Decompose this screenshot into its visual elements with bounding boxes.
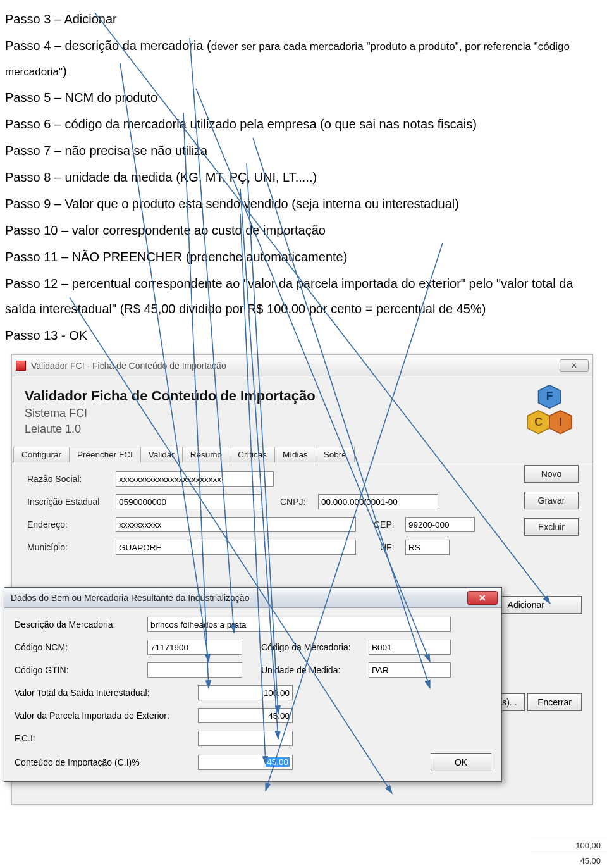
dialog-close-button[interactable]: ✕ — [467, 591, 498, 605]
right-button-group: Novo Gravar Excluir — [524, 465, 579, 536]
background-rows: 100,00 45,00 — [531, 838, 607, 868]
descricao-mercadoria-input[interactable] — [147, 617, 451, 632]
dialog-body: Descrição da Mercadoria: Código NCM: Cód… — [4, 608, 501, 781]
step-11: Passo 11 – NÃO PREENCHER (preenche autom… — [5, 244, 602, 270]
tab-criticas[interactable]: Críticas — [230, 447, 275, 462]
tab-configurar[interactable]: Configurar — [13, 447, 70, 462]
tab-validar[interactable]: Validar — [140, 447, 183, 462]
municipio-label: Município: — [27, 542, 116, 552]
conteudo-importacao-value: 45,00 — [266, 757, 290, 767]
municipio-input[interactable] — [116, 540, 356, 555]
inscricao-estadual-label: Inscrição Estadual — [27, 497, 116, 507]
razao-social-label: Razão Social: — [27, 474, 116, 484]
titlebar: Validador FCI - Ficha de Conteúdo de Imp… — [12, 355, 592, 376]
razao-social-input[interactable] — [116, 471, 274, 487]
uf-label: UF: — [380, 542, 405, 552]
fci-input[interactable] — [198, 731, 293, 746]
step-5: Passo 5 – NCM do produto — [5, 85, 602, 110]
fci-logo-icon: F C I — [522, 384, 577, 436]
cnpj-input[interactable] — [318, 494, 438, 509]
step-10: Passo 10 – valor correspondente ao custo… — [5, 218, 602, 243]
svg-text:I: I — [559, 416, 562, 428]
app-title: Validador Ficha de Conteúdo de Importaçã… — [25, 388, 580, 404]
window-title: Validador FCI - Ficha de Conteúdo de Imp… — [31, 361, 560, 371]
conteudo-importacao-label: Conteúdo de Importação (C.I)% — [15, 757, 198, 767]
step-7: Passo 7 – não precisa se não utiliza — [5, 138, 602, 163]
instruction-text: Passo 3 – Adicionar Passo 4 – descrição … — [0, 0, 607, 362]
header-panel: Validador Ficha de Conteúdo de Importaçã… — [12, 376, 592, 446]
step-13: Passo 13 - OK — [5, 323, 602, 348]
bg-row-2: 45,00 — [531, 853, 607, 868]
unidade-medida-input[interactable] — [369, 662, 451, 678]
excluir-button[interactable]: Excluir — [524, 518, 579, 536]
conteudo-importacao-input[interactable]: 45,00 — [198, 755, 293, 770]
endereco-input[interactable] — [116, 517, 356, 532]
step-9: Passo 9 – Valor que o produto esta sendo… — [5, 191, 602, 216]
valor-parcela-importada-label: Valor da Parcela Importada do Exterior: — [15, 710, 198, 721]
mercadoria-dialog: Dados do Bem ou Mercadoria Resultante da… — [4, 587, 502, 782]
step-12: Passo 12 – percentual correspondente ao … — [5, 271, 602, 321]
tab-midias[interactable]: Mídias — [274, 447, 316, 462]
codigo-ncm-label: Código NCM: — [15, 642, 147, 652]
cnpj-label: CNPJ: — [280, 497, 318, 507]
fci-label: F.C.I: — [15, 733, 198, 743]
tab-resumo[interactable]: Resumo — [182, 447, 230, 462]
bg-row-1: 100,00 — [531, 838, 607, 853]
tab-bar: Configurar Preencher FCI Validar Resumo … — [12, 446, 592, 462]
svg-text:C: C — [534, 416, 543, 428]
window-close-button[interactable]: ✕ — [560, 359, 589, 372]
inscricao-estadual-input[interactable] — [116, 494, 261, 509]
app-icon — [16, 361, 26, 371]
svg-text:F: F — [546, 390, 553, 402]
cep-input[interactable] — [405, 517, 475, 532]
app-subtitle-2: Leiaute 1.0 — [25, 423, 580, 436]
unidade-medida-label: Unidade de Medida: — [261, 665, 369, 675]
novo-button[interactable]: Novo — [524, 465, 579, 483]
codigo-gtin-label: Código GTIN: — [15, 665, 147, 675]
step-4: Passo 4 – descrição da mercadoria (dever… — [5, 33, 602, 84]
ok-button[interactable]: OK — [431, 753, 491, 771]
endereco-label: Endereço: — [27, 519, 116, 530]
gravar-button[interactable]: Gravar — [524, 492, 579, 509]
codigo-mercadoria-input[interactable] — [369, 640, 451, 655]
valor-total-saida-input[interactable] — [198, 685, 293, 700]
tab-preencher-fci[interactable]: Preencher FCI — [69, 447, 141, 462]
encerrar-button[interactable]: Encerrar — [527, 693, 582, 711]
valor-total-saida-label: Valor Total da Saída Interestadual: — [15, 688, 198, 698]
app-subtitle-1: Sistema FCI — [25, 407, 580, 420]
step-8: Passo 8 – unidade da medida (KG, MT, PÇ,… — [5, 164, 602, 190]
step-3: Passo 3 – Adicionar — [5, 6, 602, 32]
cep-label: CEP: — [374, 519, 405, 530]
dialog-title: Dados do Bem ou Mercadoria Resultante da… — [11, 593, 467, 603]
uf-dropdown[interactable] — [405, 540, 450, 555]
step-6: Passo 6 – código da mercadoria utilizado… — [5, 111, 602, 137]
codigo-mercadoria-label: Código da Mercadoria: — [261, 642, 369, 652]
descricao-mercadoria-label: Descrição da Mercadoria: — [15, 619, 147, 629]
tab-sobre[interactable]: Sobre — [316, 447, 355, 462]
dialog-titlebar: Dados do Bem ou Mercadoria Resultante da… — [4, 588, 501, 608]
codigo-ncm-input[interactable] — [147, 640, 242, 655]
codigo-gtin-input[interactable] — [147, 662, 242, 678]
valor-parcela-importada-input[interactable] — [198, 708, 293, 723]
